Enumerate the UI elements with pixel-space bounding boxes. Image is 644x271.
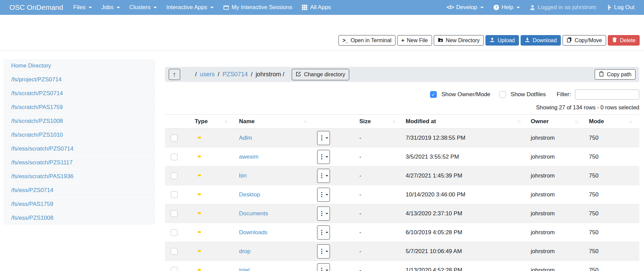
- table-options-row: ✓ Show Owner/Mode Show Dotfiles Filter:: [165, 89, 639, 100]
- modified-cell: 1/13/2020 4:52:28 PM: [401, 267, 526, 271]
- breadcrumb-link-users[interactable]: users: [200, 71, 215, 78]
- sidebar-item-fs-ess-pas1759[interactable]: /fs/ess/PAS1759: [3, 197, 155, 211]
- sidebar-item-fs-scratch-pzs1008[interactable]: /fs/scratch/PZS1008: [3, 114, 155, 128]
- mode-column-header[interactable]: Mode ↑↓: [583, 118, 639, 125]
- file-name-link[interactable]: bin: [233, 172, 247, 179]
- row-actions-dropdown[interactable]: ⋮: [317, 207, 330, 221]
- show-owner-mode-checkbox[interactable]: ✓: [430, 91, 437, 98]
- row-actions-dropdown[interactable]: ⋮: [317, 225, 330, 240]
- modified-at-column-header[interactable]: Modified at ↑↓: [401, 118, 526, 125]
- nav-log-out[interactable]: Log Out: [601, 0, 640, 15]
- breadcrumb-link-pzs0714[interactable]: PZS0714: [222, 71, 248, 78]
- nav-clusters-menu[interactable]: Clusters: [125, 0, 162, 15]
- top-navbar: OSC OnDemand Files Jobs Clusters Interac…: [0, 0, 644, 15]
- row-actions-dropdown[interactable]: ⋮: [317, 244, 330, 259]
- file-name-link[interactable]: drop: [233, 248, 251, 255]
- sidebar-item-home-directory[interactable]: Home Directory: [3, 59, 155, 73]
- owner-cell: johrstrom: [526, 154, 583, 160]
- file-name-link[interactable]: intel: [233, 267, 249, 271]
- new-directory-button[interactable]: New Directory: [434, 35, 484, 46]
- breadcrumb: / users / PZS0714 / johrstrom /: [195, 71, 284, 78]
- sort-icon[interactable]: ↑↓: [518, 119, 526, 124]
- sidebar-item-fs-ess-scratch-pas1936[interactable]: /fs/ess/scratch/PAS1936: [3, 170, 155, 183]
- code-icon: </>: [447, 4, 454, 11]
- app-brand[interactable]: OSC OnDemand: [9, 3, 63, 11]
- row-actions-dropdown[interactable]: ⋮: [317, 169, 330, 183]
- delete-button[interactable]: Delete: [608, 35, 640, 46]
- open-in-terminal-button[interactable]: >_ Open in Terminal: [338, 35, 396, 46]
- row-actions-dropdown[interactable]: ⋮: [317, 263, 330, 271]
- row-checkbox[interactable]: [171, 210, 177, 217]
- pencil-square-icon: [296, 71, 301, 78]
- nav-jobs-menu[interactable]: Jobs: [97, 0, 125, 15]
- chevron-down-icon: [326, 194, 328, 195]
- size-cell: -: [354, 229, 401, 236]
- row-checkbox[interactable]: [171, 267, 177, 271]
- row-checkbox[interactable]: [171, 154, 177, 160]
- navbar-right: </> Develop ? Help Logged in as johrstro…: [442, 0, 639, 15]
- row-actions-dropdown[interactable]: ⋮: [317, 188, 330, 202]
- upload-button[interactable]: Upload: [485, 35, 519, 46]
- row-actions-dropdown[interactable]: ⋮: [317, 150, 330, 164]
- navbar-left: Files Jobs Clusters Interactive Apps My …: [69, 0, 336, 15]
- row-checkbox[interactable]: [171, 248, 177, 255]
- sort-icon[interactable]: ↑↓: [575, 119, 583, 124]
- sort-icon[interactable]: ↑↓: [392, 119, 401, 124]
- filter-input[interactable]: [575, 89, 639, 100]
- type-column-header[interactable]: Type ↑↓: [185, 118, 233, 125]
- row-checkbox[interactable]: [171, 191, 177, 198]
- mode-cell: 750: [583, 229, 639, 236]
- table-row: Desktop ⋮ - 10/14/2020 3:46:00 PM johrst…: [165, 185, 639, 204]
- mode-cell: 750: [583, 267, 639, 271]
- sort-icon[interactable]: ↑↓: [224, 119, 233, 124]
- show-dotfiles-checkbox[interactable]: [499, 91, 506, 98]
- download-button[interactable]: Download: [521, 35, 561, 46]
- terminal-icon: >_: [342, 38, 348, 43]
- file-name-link[interactable]: Desktop: [233, 191, 260, 198]
- file-name-link[interactable]: Adlm: [233, 135, 252, 141]
- name-column-header[interactable]: Name ↑↓: [233, 118, 317, 125]
- favorite-paths-sidebar: Home Directory /fs/project/PZS0714 /fs/s…: [3, 59, 155, 225]
- grid-icon: [302, 4, 308, 10]
- file-name-link[interactable]: awesim: [233, 154, 259, 160]
- owner-cell: johrstrom: [526, 210, 583, 217]
- sort-icon[interactable]: ↑↓: [629, 119, 640, 124]
- size-cell: -: [354, 191, 401, 198]
- nav-develop-menu[interactable]: </> Develop: [442, 0, 488, 15]
- row-actions-dropdown[interactable]: ⋮: [317, 131, 330, 145]
- row-checkbox[interactable]: [171, 135, 177, 141]
- change-directory-button[interactable]: Change directory: [292, 69, 349, 80]
- nav-interactive-apps-menu[interactable]: Interactive Apps: [162, 0, 218, 15]
- chevron-down-icon: [326, 137, 328, 139]
- copy-path-button[interactable]: Copy path: [595, 69, 636, 80]
- chevron-down-icon: [153, 7, 157, 8]
- up-directory-button[interactable]: ↑: [169, 69, 180, 80]
- nav-all-apps[interactable]: All Apps: [297, 0, 335, 15]
- sidebar-item-fs-scratch-pas1759[interactable]: /fs/scratch/PAS1759: [3, 101, 155, 114]
- chevron-down-icon: [117, 7, 120, 8]
- new-file-button[interactable]: + New File: [397, 35, 432, 46]
- sidebar-item-fs-project-pzs0714[interactable]: /fs/project/PZS0714: [3, 73, 155, 86]
- sidebar-item-fs-ess-scratch-pzs0714[interactable]: /fs/ess/scratch/PZS0714: [3, 142, 155, 156]
- nav-files-menu[interactable]: Files: [69, 0, 97, 15]
- sidebar-item-fs-ess-scratch-pzs1117[interactable]: /fs/ess/scratch/PZS1117: [3, 156, 155, 169]
- file-name-link[interactable]: Downloads: [233, 229, 267, 236]
- sidebar-item-fs-scratch-pzs0714[interactable]: /fs/scratch/PZS0714: [3, 87, 155, 100]
- row-checkbox[interactable]: [171, 172, 177, 179]
- modified-cell: 4/27/2021 1:45:39 PM: [401, 172, 526, 179]
- sidebar-item-fs-ess-pzs0714[interactable]: /fs/ess/PZS0714: [3, 184, 155, 197]
- copy-move-button[interactable]: Copy/Move: [563, 35, 606, 46]
- owner-column-header[interactable]: Owner ↑↓: [526, 118, 583, 125]
- breadcrumb-current: johrstrom /: [256, 71, 284, 78]
- window-icon: [223, 4, 229, 10]
- nav-help-menu[interactable]: ? Help: [488, 0, 525, 15]
- sort-icon[interactable]: ↑↓: [304, 119, 317, 124]
- file-name-link[interactable]: Documents: [233, 210, 268, 217]
- plus-icon: +: [401, 38, 404, 43]
- nav-my-interactive-sessions[interactable]: My Interactive Sessions: [218, 0, 297, 15]
- size-column-header[interactable]: Size ↑↓: [354, 118, 401, 125]
- sidebar-item-fs-ess-pzs1008[interactable]: /fs/ess/PZS1008: [3, 211, 155, 225]
- sidebar-item-fs-scratch-pzs1010[interactable]: /fs/scratch/PZS1010: [3, 128, 155, 142]
- svg-text:?: ?: [495, 5, 497, 10]
- row-checkbox[interactable]: [171, 229, 177, 236]
